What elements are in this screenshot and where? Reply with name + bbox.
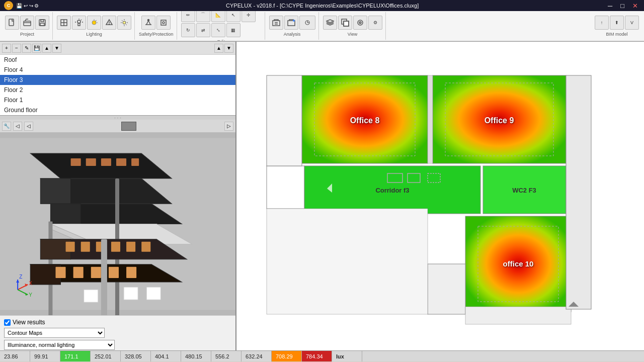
- svg-rect-91: [267, 166, 304, 209]
- rotate-button[interactable]: ↻: [181, 23, 195, 37]
- statusbar: 23.86 99.91 171.1 252.01 328.05 404.1 48…: [0, 350, 644, 361]
- window-controls[interactable]: ─ □ ✕: [606, 2, 640, 10]
- view-results-checkbox-row[interactable]: View results: [4, 319, 231, 326]
- svg-line-10: [81, 20, 82, 20]
- floor-scroll-down[interactable]: ▼: [224, 44, 233, 53]
- close-button[interactable]: ✕: [630, 2, 640, 10]
- left-panel: + − ✎ 💾 ▲ ▼ ▲ ▼ Roof Floor 4 Floor 3 Flo…: [0, 42, 236, 350]
- new-view-button[interactable]: [338, 16, 352, 30]
- svg-rect-38: [344, 21, 349, 26]
- draw-button[interactable]: ✏: [181, 11, 195, 22]
- scale-button[interactable]: ⤡: [211, 23, 225, 37]
- 3d-minimize-btn[interactable]: ◁: [24, 122, 33, 131]
- floor-item-2[interactable]: Floor 2: [0, 85, 235, 95]
- floor-edit-button[interactable]: ✎: [22, 44, 31, 53]
- status-value-11: 784.34: [302, 351, 332, 361]
- floor-down-button[interactable]: ▼: [52, 44, 61, 53]
- 3d-expand-btn[interactable]: ▷: [224, 122, 233, 131]
- update-zone-button[interactable]: [284, 16, 298, 30]
- measure-button[interactable]: 📐: [211, 11, 225, 22]
- move-button[interactable]: ✛: [242, 11, 256, 22]
- 3d-view[interactable]: X Y Z: [0, 133, 235, 315]
- calculate-button[interactable]: [299, 16, 315, 30]
- new-project-button[interactable]: [5, 16, 19, 30]
- svg-rect-62: [111, 242, 120, 252]
- victor-button[interactable]: V: [625, 16, 639, 30]
- emergency-lighting-button[interactable]: [102, 16, 116, 30]
- update-bim-button[interactable]: ↑: [595, 16, 609, 30]
- main-layout: + − ✎ 💾 ▲ ▼ ▲ ▼ Roof Floor 4 Floor 3 Flo…: [0, 42, 644, 350]
- layer-management-button[interactable]: [323, 16, 337, 30]
- toolbar-area: Project Lighting: [0, 11, 644, 42]
- minimize-button[interactable]: ─: [606, 2, 614, 10]
- svg-rect-103: [428, 264, 465, 314]
- mirror-button[interactable]: ⇌: [196, 23, 210, 37]
- floorplan-canvas: Office 8 Office 9 Corridor f3: [236, 42, 644, 350]
- daylight-button[interactable]: [117, 16, 131, 30]
- svg-rect-4: [40, 23, 44, 26]
- svg-point-26: [148, 19, 149, 21]
- safety-group-label: Safety/Protection: [139, 32, 174, 37]
- display-mode-select[interactable]: Contour Maps False Colors Isolines: [4, 328, 105, 338]
- settings-button[interactable]: ⚙: [368, 16, 382, 30]
- block-button[interactable]: ▦: [226, 23, 240, 37]
- maximize-button[interactable]: □: [618, 2, 626, 10]
- view-results-checkbox[interactable]: [4, 319, 11, 326]
- select-button[interactable]: ↖: [226, 11, 240, 22]
- status-value-8: 556.2: [211, 351, 242, 361]
- open-button[interactable]: [20, 16, 34, 30]
- toolbar-group-safety: Safety/Protection: [136, 12, 177, 40]
- svg-rect-67: [55, 267, 65, 278]
- project-group-label: Project: [20, 32, 34, 37]
- floor-item-3[interactable]: Floor 3: [0, 75, 235, 85]
- svg-rect-106: [267, 75, 302, 166]
- left-bottom-controls: View results Contour Maps False Colors I…: [0, 315, 235, 350]
- escape-route-button[interactable]: [141, 16, 155, 30]
- floor-save-button[interactable]: 💾: [32, 44, 41, 53]
- toolbar-group-edit: ✏ ⌒ 📐 ↖ ✛ ↻ ⇌ ⤡ ▦ Edit: [178, 12, 265, 40]
- floor-item-ground[interactable]: Ground floor: [0, 105, 235, 115]
- floor-scroll-up[interactable]: ▲: [214, 44, 223, 53]
- quick-access-toolbar[interactable]: 💾 ↩ ↪ ⚙: [16, 3, 39, 9]
- svg-text:Office 9: Office 9: [485, 116, 514, 125]
- render-button[interactable]: [353, 16, 367, 30]
- 3d-tool-btn1[interactable]: 🔧: [2, 122, 11, 131]
- status-value-5: 328.05: [121, 351, 151, 361]
- toolbar-group-bim: ↑ ⬆ V BIM model: [592, 12, 642, 40]
- export-bim-button[interactable]: ⬆: [610, 16, 624, 30]
- panel-divider[interactable]: · · ·: [0, 116, 235, 120]
- svg-rect-63: [126, 242, 135, 252]
- svg-rect-1: [24, 21, 31, 26]
- svg-rect-60: [81, 242, 90, 252]
- window-title: CYPELUX - v2018.f - [C:\CYPE Ingenieros\…: [39, 3, 606, 9]
- svg-rect-48: [71, 158, 81, 166]
- floor-remove-button[interactable]: −: [12, 44, 21, 53]
- svg-rect-51: [116, 158, 126, 166]
- floor-item-roof[interactable]: Roof: [0, 55, 235, 65]
- svg-text:X: X: [29, 281, 32, 286]
- svg-point-8: [77, 20, 80, 23]
- svg-text:Y: Y: [29, 292, 32, 298]
- 3d-tool-btn2[interactable]: ◁: [13, 122, 22, 131]
- main-toolbar: Project Lighting: [0, 11, 644, 41]
- svg-rect-27: [161, 20, 166, 25]
- zone-button[interactable]: [57, 16, 71, 30]
- results-button[interactable]: [269, 16, 283, 30]
- floor-add-button[interactable]: +: [2, 44, 11, 53]
- svg-point-33: [293, 20, 295, 22]
- equipment-button[interactable]: [156, 16, 171, 30]
- arc-button[interactable]: ⌒: [196, 11, 210, 22]
- external-lighting-button[interactable]: [87, 16, 101, 30]
- svg-point-28: [163, 22, 165, 24]
- edit-group-label: Edit: [217, 39, 225, 42]
- lighting-mode-select[interactable]: Illuminance, normal lighting Illuminance…: [4, 340, 115, 350]
- svg-rect-71: [126, 267, 136, 278]
- svg-rect-50: [101, 158, 111, 166]
- save-button[interactable]: [35, 16, 49, 30]
- floor-item-1[interactable]: Floor 1: [0, 95, 235, 105]
- floor-item-4[interactable]: Floor 4: [0, 65, 235, 75]
- svg-rect-68: [73, 267, 84, 278]
- status-value-3: 171.1: [60, 351, 91, 361]
- internal-lighting-button[interactable]: [72, 16, 86, 30]
- floor-up-button[interactable]: ▲: [42, 44, 51, 53]
